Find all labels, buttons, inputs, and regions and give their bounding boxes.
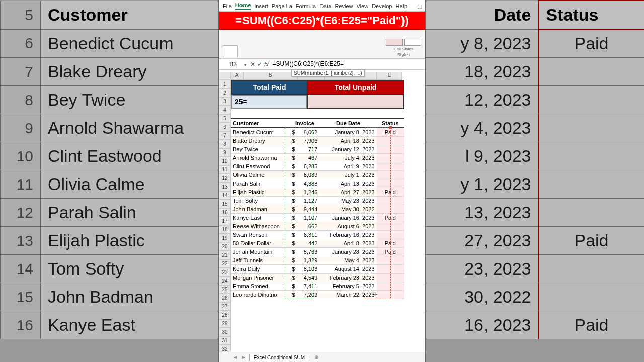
row-header[interactable]: 16 [219, 208, 231, 217]
menu-file[interactable]: File [223, 3, 232, 9]
status-cell[interactable]: Paid [377, 247, 404, 256]
status-cell[interactable] [377, 170, 404, 179]
status-cell[interactable] [377, 136, 404, 145]
status-cell[interactable]: Paid [377, 188, 404, 196]
status-cell[interactable] [377, 256, 404, 264]
invoice-cell[interactable]: $6,285 [290, 162, 320, 170]
due-date-cell[interactable]: January 16, 2023 [319, 213, 376, 222]
customer-cell[interactable]: Arnold Shawarma [231, 153, 290, 162]
row-header[interactable]: 20 [219, 242, 231, 251]
table-row[interactable]: Elijah Plastic $1,246 April 27, 2023 Pai… [231, 188, 404, 196]
invoice-cell[interactable]: $717 [290, 145, 320, 153]
invoice-cell[interactable]: $662 [290, 222, 320, 230]
row-header[interactable]: 11 [219, 165, 231, 174]
customer-cell[interactable]: Swan Ronson [231, 230, 290, 239]
status-cell[interactable]: Paid [377, 213, 404, 222]
th-customer[interactable]: Customer [231, 119, 290, 128]
table-row[interactable]: Leonardo Dihatrio $7,209 March 22, 2023 [231, 290, 404, 299]
due-date-cell[interactable]: August 14, 2023 [319, 264, 376, 273]
row-header[interactable]: 18 [219, 225, 231, 234]
customer-cell[interactable]: Olivia Calme [231, 170, 290, 179]
col-header-e[interactable]: E [377, 72, 402, 80]
menu-insert[interactable]: Insert [254, 3, 268, 9]
menu-page-layout[interactable]: Page La [272, 3, 292, 9]
row-header[interactable]: 13 [219, 183, 231, 191]
row-header[interactable]: 29 [219, 319, 231, 328]
invoice-cell[interactable]: $6,039 [290, 170, 320, 179]
cell-style-swatch[interactable] [404, 39, 421, 46]
name-box[interactable]: B3 [219, 61, 248, 68]
invoice-cell[interactable]: $1,127 [290, 196, 320, 205]
due-date-cell[interactable]: April 27, 2023 [319, 188, 376, 196]
customer-cell[interactable]: Bey Twice [231, 145, 290, 153]
cell-style-swatch[interactable] [386, 39, 403, 46]
tab-nav-left-icon[interactable]: ◄ [233, 354, 238, 360]
due-date-cell[interactable]: April 9, 2023 [319, 162, 376, 170]
row-header[interactable]: 8 [219, 140, 231, 148]
table-row[interactable]: Arnold Shawarma $467 July 4, 2023 [231, 153, 404, 162]
status-cell[interactable] [377, 162, 404, 170]
customer-cell[interactable]: Parah Salin [231, 179, 290, 188]
row-header[interactable]: 31 [219, 336, 231, 345]
row-header[interactable]: 5 [219, 114, 231, 123]
total-paid-cell[interactable]: 25= [231, 95, 307, 109]
invoice-cell[interactable]: $8,062 [290, 128, 320, 136]
due-date-cell[interactable]: February 5, 2023 [319, 282, 376, 290]
due-date-cell[interactable]: April 18, 2023 [319, 136, 376, 145]
table-row[interactable]: Jonah Mountain $8,763 January 28, 2023 P… [231, 247, 404, 256]
sheet-tab[interactable]: Excel Conditional SUM [249, 354, 309, 361]
formula-input[interactable]: =SUM((C6:C25)*(E6:E25= [271, 60, 425, 67]
table-row[interactable]: Keira Daily $8,103 August 14, 2023 [231, 264, 404, 273]
table-row[interactable]: Morgan Prisoner $4,549 February 23, 2023 [231, 273, 404, 282]
table-row[interactable]: Tom Softy $1,127 May 23, 2023 [231, 196, 404, 205]
customer-cell[interactable]: Morgan Prisoner [231, 273, 290, 282]
menu-home[interactable]: Home [235, 2, 251, 10]
row-header[interactable]: 10 [219, 157, 231, 165]
customer-cell[interactable]: 50 Dollar Dollar [231, 239, 290, 247]
row-header[interactable]: 2 [219, 88, 231, 97]
table-row[interactable]: John Badman $9,444 May 30, 2022 [231, 205, 404, 213]
due-date-cell[interactable]: July 4, 2023 [319, 153, 376, 162]
col-header-a[interactable]: A [231, 72, 243, 80]
customer-cell[interactable]: Jonah Mountain [231, 247, 290, 256]
col-header-b[interactable]: B [243, 72, 297, 80]
status-cell[interactable] [377, 273, 404, 282]
status-cell[interactable] [377, 153, 404, 162]
accept-formula-icon[interactable]: ✓ [257, 61, 262, 68]
customer-cell[interactable]: Emma Stoned [231, 282, 290, 290]
row-header[interactable]: 27 [219, 302, 231, 311]
row-header[interactable]: 1 [219, 80, 231, 88]
row-header[interactable]: 7 [219, 131, 231, 140]
status-cell[interactable] [377, 222, 404, 230]
status-cell[interactable] [377, 196, 404, 205]
invoice-cell[interactable]: $1,107 [290, 213, 320, 222]
due-date-cell[interactable]: May 23, 2023 [319, 196, 376, 205]
invoice-cell[interactable]: $6,311 [290, 230, 320, 239]
customer-cell[interactable]: Clint Eastwood [231, 162, 290, 170]
status-cell[interactable] [377, 282, 404, 290]
customer-cell[interactable]: John Badman [231, 205, 290, 213]
due-date-cell[interactable]: April 8, 2023 [319, 239, 376, 247]
row-header[interactable]: 3 [219, 97, 231, 106]
invoice-cell[interactable]: $7,906 [290, 136, 320, 145]
status-cell[interactable] [377, 264, 404, 273]
customer-cell[interactable]: Blake Dreary [231, 136, 290, 145]
status-cell[interactable]: Paid [377, 239, 404, 247]
table-row[interactable]: Reese Withaspoon $662 August 6, 2023 [231, 222, 404, 230]
th-status[interactable]: Status [377, 119, 404, 128]
row-header[interactable]: 12 [219, 174, 231, 183]
menu-help[interactable]: Help [395, 3, 407, 9]
customer-cell[interactable]: Reese Withaspoon [231, 222, 290, 230]
due-date-cell[interactable]: January 28, 2023 [319, 247, 376, 256]
invoice-cell[interactable]: $442 [290, 239, 320, 247]
invoice-cell[interactable]: $9,444 [290, 205, 320, 213]
table-row[interactable]: Blake Dreary $7,906 April 18, 2023 [231, 136, 404, 145]
customer-cell[interactable]: Tom Softy [231, 196, 290, 205]
table-row[interactable]: 50 Dollar Dollar $442 April 8, 2023 Paid [231, 239, 404, 247]
status-cell[interactable] [377, 230, 404, 239]
due-date-cell[interactable]: July 1, 2023 [319, 170, 376, 179]
row-header[interactable]: 28 [219, 311, 231, 319]
table-row[interactable]: Swan Ronson $6,311 February 16, 2023 [231, 230, 404, 239]
customer-cell[interactable]: Keira Daily [231, 264, 290, 273]
table-row[interactable]: Bey Twice $717 January 12, 2023 [231, 145, 404, 153]
